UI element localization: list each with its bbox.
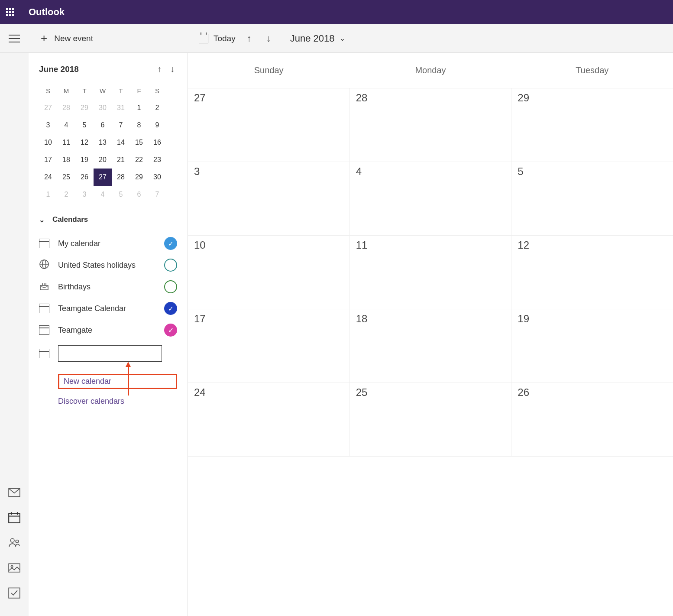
svg-point-12 bbox=[16, 540, 18, 543]
mini-cal-day[interactable]: 19 bbox=[75, 151, 94, 169]
mini-cal-day[interactable]: 2 bbox=[148, 99, 166, 117]
mini-cal-day[interactable]: 29 bbox=[130, 169, 148, 186]
discover-calendars-link[interactable]: Discover calendars bbox=[58, 397, 177, 406]
mini-cal-day[interactable]: 2 bbox=[57, 186, 75, 203]
mini-cal-day[interactable]: 3 bbox=[39, 117, 57, 134]
today-button[interactable]: Today bbox=[199, 34, 236, 43]
mini-cal-next-button[interactable]: ↓ bbox=[168, 63, 177, 75]
mini-cal-day[interactable]: 4 bbox=[57, 117, 75, 134]
calendar-toggle[interactable]: ✓ bbox=[164, 324, 177, 337]
mini-cal-day[interactable]: 10 bbox=[39, 134, 57, 151]
mini-cal-dow: S bbox=[148, 82, 166, 99]
mini-cal-day[interactable]: 30 bbox=[148, 169, 166, 186]
mini-cal-day[interactable]: 17 bbox=[39, 151, 57, 169]
mini-cal-day[interactable]: 15 bbox=[130, 134, 148, 151]
mini-cal-day[interactable]: 5 bbox=[112, 186, 130, 203]
calendar-item[interactable]: Birthdays bbox=[39, 276, 177, 298]
annotation-arrow bbox=[128, 365, 129, 396]
mini-cal-day[interactable]: 7 bbox=[148, 186, 166, 203]
day-cell[interactable]: 27 bbox=[188, 88, 350, 162]
day-cell[interactable]: 4 bbox=[350, 162, 512, 236]
day-cell[interactable]: 12 bbox=[511, 236, 673, 309]
calendar-toggle[interactable]: ✓ bbox=[164, 302, 177, 315]
mini-cal-day[interactable]: 16 bbox=[148, 134, 166, 151]
day-header: Monday bbox=[349, 53, 511, 88]
sidebar: June 2018 ↑ ↓ SMTWTFS 272829303112345678… bbox=[29, 53, 188, 616]
mini-cal-day[interactable]: 27 bbox=[94, 169, 112, 186]
people-icon[interactable] bbox=[8, 537, 21, 548]
mini-cal-day[interactable]: 26 bbox=[75, 169, 94, 186]
month-selector[interactable]: June 2018 ⌄ bbox=[290, 33, 346, 44]
mini-cal-dow: M bbox=[57, 82, 75, 99]
day-cell[interactable]: 19 bbox=[511, 309, 673, 383]
mini-cal-day[interactable]: 5 bbox=[75, 117, 94, 134]
new-calendar-link[interactable]: New calendar bbox=[58, 374, 177, 389]
mini-cal-day[interactable]: 1 bbox=[130, 99, 148, 117]
mail-icon[interactable] bbox=[8, 487, 21, 498]
next-period-button[interactable]: ↓ bbox=[263, 31, 275, 46]
mini-cal-day[interactable]: 6 bbox=[130, 186, 148, 203]
day-cell[interactable]: 29 bbox=[511, 88, 673, 162]
app-title: Outlook bbox=[29, 6, 65, 18]
mini-cal-day[interactable]: 12 bbox=[75, 134, 94, 151]
new-event-button[interactable]: + New event bbox=[41, 32, 93, 45]
mini-cal-day[interactable]: 28 bbox=[112, 169, 130, 186]
calendars-section-label: Calendars bbox=[52, 215, 88, 224]
mini-cal-day[interactable]: 4 bbox=[94, 186, 112, 203]
mini-cal-day[interactable]: 18 bbox=[57, 151, 75, 169]
mini-cal-day[interactable]: 13 bbox=[94, 134, 112, 151]
mini-cal-day[interactable]: 29 bbox=[75, 99, 94, 117]
day-cell[interactable]: 18 bbox=[350, 309, 512, 383]
mini-cal-day[interactable]: 25 bbox=[57, 169, 75, 186]
day-number: 29 bbox=[518, 92, 667, 104]
day-number: 25 bbox=[356, 386, 505, 399]
mini-cal-dow: T bbox=[112, 82, 130, 99]
day-cell[interactable]: 10 bbox=[188, 236, 350, 309]
photos-icon[interactable] bbox=[8, 562, 21, 574]
day-cell[interactable]: 24 bbox=[188, 383, 350, 457]
mini-cal-day[interactable]: 3 bbox=[75, 186, 94, 203]
day-number: 18 bbox=[356, 313, 505, 325]
day-cell[interactable]: 11 bbox=[350, 236, 512, 309]
mini-cal-day[interactable]: 11 bbox=[57, 134, 75, 151]
prev-period-button[interactable]: ↑ bbox=[243, 31, 255, 46]
mini-cal-day[interactable]: 7 bbox=[112, 117, 130, 134]
calendar-item[interactable]: Teamgate Calendar✓ bbox=[39, 298, 177, 319]
mini-cal-dow: T bbox=[75, 82, 94, 99]
mini-cal-day[interactable]: 21 bbox=[112, 151, 130, 169]
day-header: Sunday bbox=[188, 53, 349, 88]
tasks-icon[interactable] bbox=[8, 587, 21, 599]
day-cell[interactable]: 26 bbox=[511, 383, 673, 457]
day-cell[interactable]: 28 bbox=[350, 88, 512, 162]
mini-cal-day[interactable]: 20 bbox=[94, 151, 112, 169]
day-cell[interactable]: 25 bbox=[350, 383, 512, 457]
mini-cal-day[interactable]: 9 bbox=[148, 117, 166, 134]
new-calendar-input[interactable] bbox=[58, 345, 162, 362]
calendar-icon[interactable] bbox=[8, 512, 21, 523]
mini-cal-day[interactable]: 22 bbox=[130, 151, 148, 169]
calendar-item[interactable]: Teamgate✓ bbox=[39, 319, 177, 341]
day-cell[interactable]: 17 bbox=[188, 309, 350, 383]
day-number: 10 bbox=[194, 239, 343, 251]
mini-cal-day[interactable]: 28 bbox=[57, 99, 75, 117]
mini-cal-day[interactable]: 23 bbox=[148, 151, 166, 169]
day-cell[interactable]: 3 bbox=[188, 162, 350, 236]
mini-cal-day[interactable]: 14 bbox=[112, 134, 130, 151]
calendar-item[interactable]: United States holidays bbox=[39, 254, 177, 276]
day-cell[interactable]: 5 bbox=[511, 162, 673, 236]
mini-cal-day[interactable]: 27 bbox=[39, 99, 57, 117]
calendars-section-toggle[interactable]: ⌄ Calendars bbox=[39, 215, 177, 224]
mini-cal-day[interactable]: 30 bbox=[94, 99, 112, 117]
mini-cal-day[interactable]: 31 bbox=[112, 99, 130, 117]
mini-cal-day[interactable]: 6 bbox=[94, 117, 112, 134]
app-launcher-icon[interactable] bbox=[6, 8, 14, 16]
calendar-item[interactable]: My calendar✓ bbox=[39, 233, 177, 254]
mini-cal-prev-button[interactable]: ↑ bbox=[155, 63, 164, 75]
mini-cal-day[interactable]: 24 bbox=[39, 169, 57, 186]
calendar-toggle[interactable]: ✓ bbox=[164, 237, 177, 250]
calendar-toggle[interactable] bbox=[164, 280, 177, 293]
hamburger-menu-icon[interactable] bbox=[9, 35, 20, 42]
mini-cal-day[interactable]: 1 bbox=[39, 186, 57, 203]
mini-cal-day[interactable]: 8 bbox=[130, 117, 148, 134]
calendar-toggle[interactable] bbox=[164, 259, 177, 272]
